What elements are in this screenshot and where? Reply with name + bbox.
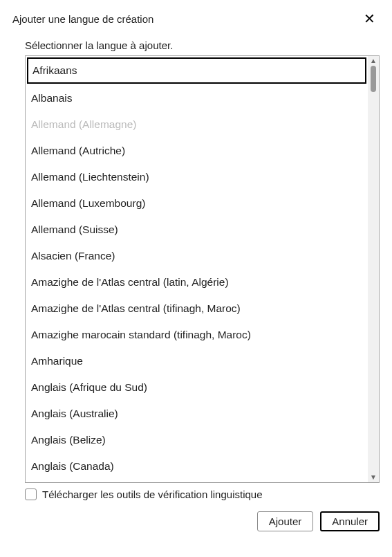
language-item[interactable]: Allemand (Suisse)	[26, 217, 368, 243]
language-item[interactable]: Amazighe marocain standard (tifinagh, Ma…	[26, 322, 368, 348]
language-item[interactable]: Anglais (Afrique du Sud)	[26, 374, 368, 401]
download-tools-checkbox-row: Télécharger les outils de vérification l…	[25, 488, 380, 500]
scroll-up-icon[interactable]: ▲	[370, 57, 377, 64]
dialog-header: Ajouter une langue de création ✕	[12, 10, 380, 27]
language-item[interactable]: Amazighe de l'Atlas central (tifinagh, M…	[26, 295, 368, 322]
scroll-thumb[interactable]	[371, 66, 376, 92]
language-listbox[interactable]: AfrikaansAlbanaisAllemand (Allemagne)All…	[26, 56, 368, 482]
language-item[interactable]: Albanais	[26, 85, 368, 111]
scroll-down-icon[interactable]: ▼	[370, 474, 377, 481]
dialog-title: Ajouter une langue de création	[12, 13, 153, 25]
language-item[interactable]: Anglais (Australie)	[26, 401, 368, 427]
language-item[interactable]: Afrikaans	[27, 57, 366, 84]
scrollbar[interactable]: ▲ ▼	[368, 56, 379, 482]
language-item[interactable]: Allemand (Liechtenstein)	[26, 164, 368, 190]
close-icon: ✕	[364, 11, 375, 26]
language-item[interactable]: Anglais (Canada)	[26, 453, 368, 480]
language-item[interactable]: Amharique	[26, 348, 368, 374]
language-item[interactable]: Alsacien (France)	[26, 243, 368, 269]
button-row: Ajouter Annuler	[12, 511, 380, 531]
language-item[interactable]: Allemand (Autriche)	[26, 138, 368, 164]
language-item: Allemand (Allemagne)	[26, 111, 368, 138]
close-button[interactable]: ✕	[360, 10, 380, 27]
language-item[interactable]: Allemand (Luxembourg)	[26, 190, 368, 217]
download-tools-label: Télécharger les outils de vérification l…	[42, 488, 263, 500]
cancel-button[interactable]: Annuler	[320, 511, 380, 531]
download-tools-checkbox[interactable]	[25, 488, 37, 500]
language-listbox-container: AfrikaansAlbanaisAllemand (Allemagne)All…	[25, 55, 380, 483]
instruction-label: Sélectionner la langue à ajouter.	[25, 39, 380, 51]
language-item[interactable]: Amazighe de l'Atlas central (latin, Algé…	[26, 269, 368, 295]
language-item[interactable]: Anglais (Belize)	[26, 427, 368, 453]
add-button[interactable]: Ajouter	[257, 511, 314, 531]
